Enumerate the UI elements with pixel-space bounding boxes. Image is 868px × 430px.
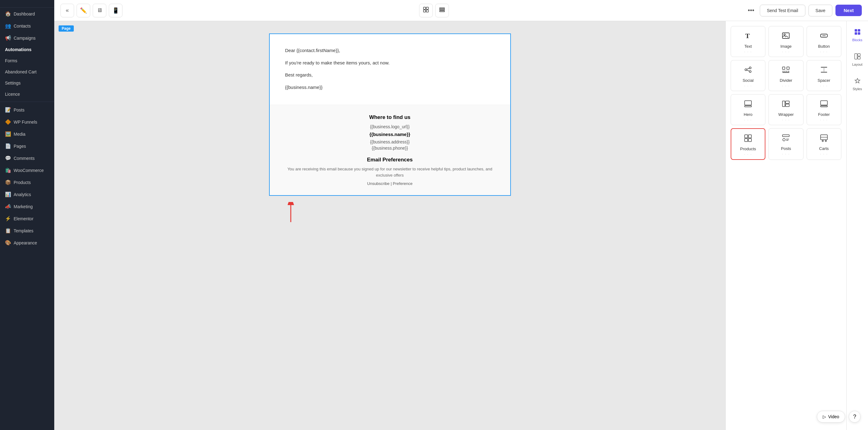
sidebar-item-dashboard[interactable]: 🏠 Dashboard <box>0 8 54 20</box>
svg-rect-31 <box>820 101 827 105</box>
sidebar-item-forms[interactable]: Forms <box>0 55 54 66</box>
mobile-button[interactable]: 📱 <box>109 4 122 18</box>
block-divider[interactable]: Divider · · · <box>769 60 803 91</box>
sidebar-item-marketing[interactable]: 📣 Marketing <box>0 200 54 212</box>
main-area: « ✏️ 🖥 📱 <box>54 0 868 430</box>
send-test-email-button[interactable]: Send Test Email <box>760 5 805 16</box>
blocks-grid: T Text · · · <box>731 26 841 160</box>
marketing-icon: 📣 <box>5 203 11 209</box>
sidebar-item-templates[interactable]: 📋 Templates <box>0 225 54 237</box>
svg-rect-47 <box>855 32 857 35</box>
back-button[interactable]: « <box>60 4 74 18</box>
svg-rect-27 <box>745 106 751 107</box>
block-image[interactable]: Image · · · <box>769 26 803 57</box>
hero-block-label: Hero <box>744 112 752 117</box>
sidebar-nav-top: 🏠 Dashboard 👥 Contacts 📢 Campaigns Autom… <box>0 8 54 100</box>
sidebar-item-media[interactable]: 🖼️ Media <box>0 128 54 140</box>
footer-logo-url: {{business.logo_url}} <box>282 124 498 129</box>
button-block-label: Button <box>818 44 830 48</box>
toolbar-center <box>126 4 742 18</box>
help-button[interactable]: ? <box>849 411 861 423</box>
spacer-block-icon <box>819 65 828 76</box>
block-spacer[interactable]: Spacer · · · <box>807 60 841 91</box>
tab-blocks[interactable]: Blocks <box>848 26 866 44</box>
svg-rect-19 <box>782 67 785 69</box>
posts-block-label: Posts <box>781 146 791 151</box>
save-button[interactable]: Save <box>808 5 833 16</box>
block-button[interactable]: Button · · · <box>807 26 841 57</box>
footer-heading: Where to find us <box>282 114 498 121</box>
products-block-label: Products <box>740 146 756 151</box>
block-products[interactable]: Products · · · <box>731 128 765 160</box>
analytics-icon: 📊 <box>5 192 11 197</box>
block-text[interactable]: T Text · · · <box>731 26 765 57</box>
svg-rect-1 <box>426 7 428 9</box>
more-options-button[interactable]: ••• <box>746 5 757 16</box>
divider-block-label: Divider <box>780 78 792 83</box>
sidebar: 🏠 Dashboard 👥 Contacts 📢 Campaigns Autom… <box>0 0 54 430</box>
blocks-grid-area: T Text · · · <box>726 21 846 430</box>
block-posts[interactable]: Posts · · · <box>769 128 803 160</box>
block-hero[interactable]: Hero · · · <box>731 94 765 125</box>
email-container[interactable]: Dear {{contact.firstName}}, If you're re… <box>269 33 511 196</box>
block-footer[interactable]: Footer · · · <box>807 94 841 125</box>
video-button[interactable]: ▷ Video <box>817 411 845 423</box>
right-panel: T Text · · · <box>725 21 868 430</box>
layout-list-button[interactable] <box>435 4 449 18</box>
prefs-heading: Email Preferences <box>282 157 498 163</box>
social-block-icon <box>744 65 752 76</box>
svg-rect-30 <box>785 104 789 106</box>
email-line2: Best regards, <box>285 71 495 79</box>
sidebar-item-appearance[interactable]: 🎨 Appearance <box>0 237 54 249</box>
svg-point-38 <box>783 138 785 141</box>
block-social[interactable]: Social · · · <box>731 60 765 91</box>
svg-line-17 <box>747 68 749 69</box>
side-tabs: Blocks Layout <box>846 21 868 430</box>
tab-styles[interactable]: Styles <box>848 75 866 93</box>
media-icon: 🖼️ <box>5 131 11 137</box>
comments-icon: 💬 <box>5 155 11 161</box>
sidebar-item-woocommerce[interactable]: 🛍️ WooCommerce <box>0 164 54 176</box>
pages-icon: 📄 <box>5 143 11 149</box>
sidebar-item-elementor[interactable]: ⚡ Elementor <box>0 212 54 225</box>
svg-point-14 <box>749 67 751 69</box>
editor-panel: Page Dear {{contact.firstName}}, If you'… <box>54 21 868 430</box>
email-line3: {{business.name}} <box>285 83 495 91</box>
footer-biz-address: {{business.address}} <box>282 139 498 144</box>
sidebar-item-abandoned-cart[interactable]: Abandoned Cart <box>0 66 54 77</box>
unsubscribe-links[interactable]: Unsubscribe | Preference <box>282 181 498 186</box>
sidebar-item-posts[interactable]: 📝 Posts <box>0 104 54 116</box>
campaigns-icon: 📢 <box>5 35 11 41</box>
sidebar-item-products[interactable]: 📦 Products <box>0 176 54 188</box>
edit-button[interactable]: ✏️ <box>76 4 90 18</box>
desktop-button[interactable]: 🖥 <box>93 4 106 18</box>
svg-rect-33 <box>745 135 748 138</box>
sidebar-item-licence[interactable]: Licence <box>0 89 54 100</box>
pencil-icon: ✏️ <box>80 7 87 14</box>
toolbar: « ✏️ 🖥 📱 <box>54 0 868 21</box>
block-wrapper[interactable]: Wrapper · · · <box>769 94 803 125</box>
sidebar-item-wp-funnels[interactable]: 🔶 WP Funnels <box>0 116 54 128</box>
sidebar-item-analytics[interactable]: 📊 Analytics <box>0 188 54 200</box>
page-label: Page <box>59 25 74 32</box>
layout-grid-button[interactable] <box>419 4 433 18</box>
sidebar-item-contacts[interactable]: 👥 Contacts <box>0 20 54 32</box>
red-arrow-svg <box>285 202 297 224</box>
tab-layout[interactable]: Layout <box>848 51 866 69</box>
svg-point-43 <box>822 140 824 141</box>
sidebar-item-campaigns[interactable]: 📢 Campaigns <box>0 32 54 44</box>
products-sidebar-icon: 📦 <box>5 179 11 185</box>
sidebar-item-settings[interactable]: Settings <box>0 77 54 89</box>
bottom-right-buttons: ▷ Video ? <box>817 411 861 423</box>
contacts-icon: 👥 <box>5 23 11 29</box>
sidebar-item-automations[interactable]: Automations <box>0 44 54 55</box>
prefs-text: You are receiving this email because you… <box>282 166 498 178</box>
svg-point-16 <box>749 71 751 72</box>
posts-icon: 📝 <box>5 107 11 113</box>
svg-rect-32 <box>820 106 827 107</box>
next-button[interactable]: Next <box>835 5 862 16</box>
svg-point-44 <box>825 140 827 141</box>
sidebar-item-pages[interactable]: 📄 Pages <box>0 140 54 152</box>
block-carts[interactable]: Carts · · · <box>807 128 841 160</box>
sidebar-item-comments[interactable]: 💬 Comments <box>0 152 54 164</box>
